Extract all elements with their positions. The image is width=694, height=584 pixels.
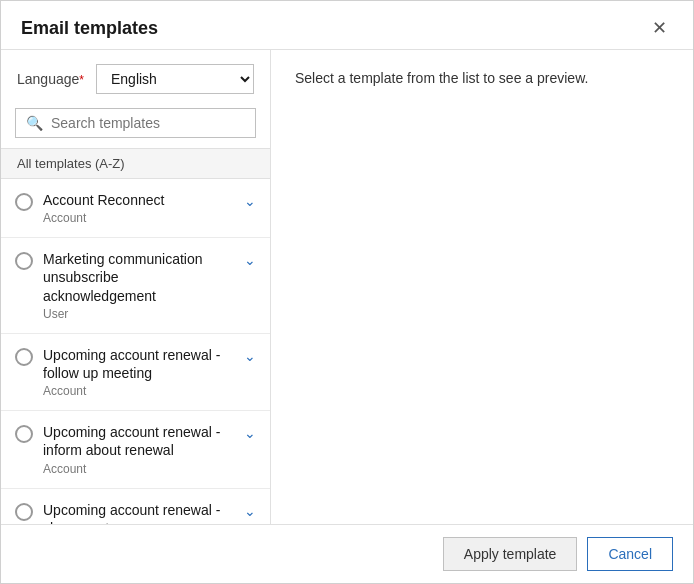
template-category: Account — [43, 462, 234, 476]
dialog-title: Email templates — [21, 18, 158, 39]
list-item[interactable]: Account Reconnect Account ⌄ — [1, 179, 270, 238]
template-info: Upcoming account renewal - inform about … — [43, 423, 234, 475]
email-templates-dialog: Email templates ✕ Language* English 🔍 Al… — [0, 0, 694, 584]
right-panel: Select a template from the list to see a… — [271, 50, 693, 524]
template-name: Marketing communication unsubscribe ackn… — [43, 250, 234, 305]
language-row: Language* English — [1, 50, 270, 104]
template-info: Marketing communication unsubscribe ackn… — [43, 250, 234, 321]
search-input[interactable] — [51, 115, 245, 131]
dialog-footer: Apply template Cancel — [1, 524, 693, 583]
radio-button[interactable] — [15, 193, 33, 211]
template-category: Account — [43, 211, 234, 225]
templates-list-header: All templates (A-Z) — [1, 148, 270, 179]
templates-list-container: Account Reconnect Account ⌄ Marketing co… — [1, 179, 270, 524]
radio-button[interactable] — [15, 252, 33, 270]
language-label: Language* — [17, 71, 88, 87]
language-text: Language — [17, 71, 79, 87]
chevron-down-icon: ⌄ — [244, 503, 256, 519]
template-info: Upcoming account renewal - follow up mee… — [43, 346, 234, 398]
left-panel: Language* English 🔍 All templates (A-Z) — [1, 50, 271, 524]
template-name: Upcoming account renewal - share quote — [43, 501, 234, 525]
template-info: Upcoming account renewal - share quote A… — [43, 501, 234, 525]
radio-button[interactable] — [15, 503, 33, 521]
template-category: Account — [43, 384, 234, 398]
radio-button[interactable] — [15, 348, 33, 366]
template-name: Upcoming account renewal - inform about … — [43, 423, 234, 459]
templates-list: Account Reconnect Account ⌄ Marketing co… — [1, 179, 270, 524]
template-name: Account Reconnect — [43, 191, 234, 209]
preview-placeholder-text: Select a template from the list to see a… — [295, 70, 588, 86]
template-info: Account Reconnect Account — [43, 191, 234, 225]
cancel-button[interactable]: Cancel — [587, 537, 673, 571]
chevron-down-icon: ⌄ — [244, 193, 256, 209]
list-item[interactable]: Marketing communication unsubscribe ackn… — [1, 238, 270, 334]
chevron-down-icon: ⌄ — [244, 252, 256, 268]
search-box: 🔍 — [15, 108, 256, 138]
search-icon: 🔍 — [26, 115, 43, 131]
chevron-down-icon: ⌄ — [244, 425, 256, 441]
template-name: Upcoming account renewal - follow up mee… — [43, 346, 234, 382]
dialog-header: Email templates ✕ — [1, 1, 693, 50]
search-box-container: 🔍 — [1, 104, 270, 148]
list-item[interactable]: Upcoming account renewal - inform about … — [1, 411, 270, 488]
list-item[interactable]: Upcoming account renewal - follow up mee… — [1, 334, 270, 411]
required-star: * — [79, 73, 84, 87]
apply-template-button[interactable]: Apply template — [443, 537, 578, 571]
chevron-down-icon: ⌄ — [244, 348, 256, 364]
language-select[interactable]: English — [96, 64, 254, 94]
template-category: User — [43, 307, 234, 321]
close-button[interactable]: ✕ — [646, 17, 673, 39]
list-item[interactable]: Upcoming account renewal - share quote A… — [1, 489, 270, 525]
dialog-body: Language* English 🔍 All templates (A-Z) — [1, 50, 693, 524]
radio-button[interactable] — [15, 425, 33, 443]
